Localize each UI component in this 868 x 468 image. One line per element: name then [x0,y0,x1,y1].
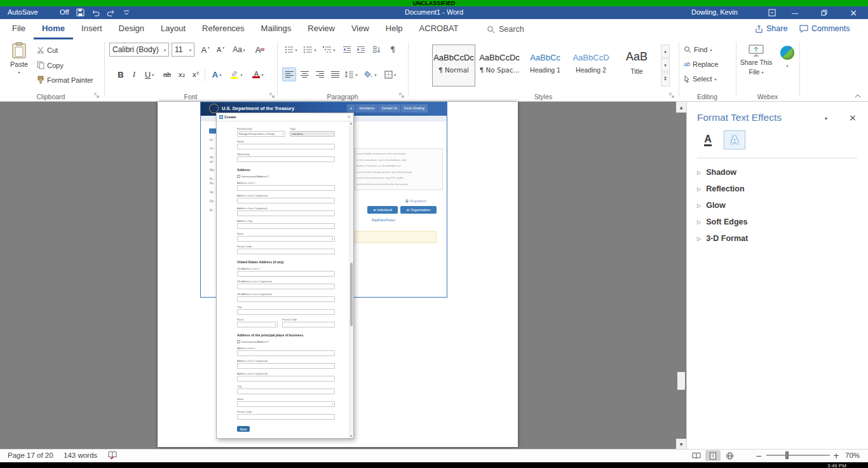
zoom-slider-thumb[interactable] [785,451,789,459]
align-left-button[interactable] [282,67,296,81]
italic-button[interactable]: I [128,67,140,81]
align-right-button[interactable] [313,67,327,81]
zoom-out-button[interactable]: − [754,449,764,462]
styles-scroll-down[interactable]: ▾ [661,59,670,72]
tab-references[interactable]: References [194,19,252,39]
cut-button[interactable]: Cut [37,46,58,54]
zoom-in-button[interactable]: + [831,449,841,462]
tab-acrobat[interactable]: ACROBAT [411,19,467,39]
font-color-button[interactable]: A▾ [249,67,267,81]
section-reflection[interactable]: ▷Reflection [697,181,857,197]
superscript-button[interactable]: x² [189,67,202,81]
tab-file[interactable]: File [4,19,34,39]
style-card-normal[interactable]: AaBbCcDc ¶ Normal [432,45,475,86]
sort-button[interactable] [370,43,384,57]
tab-review[interactable]: Review [299,19,343,39]
styles-gallery-more[interactable]: ▾ [661,72,670,86]
text-effects-icon[interactable]: A [724,130,745,149]
customize-quick-access-icon[interactable] [123,10,130,16]
minimize-button[interactable]: — [780,6,810,19]
bold-button[interactable]: B [114,67,127,81]
tab-mailings[interactable]: Mailings [253,19,300,39]
share-this-file-button[interactable]: Share This File▾ [740,45,773,76]
postal-code-field [237,249,335,254]
clipboard-dialog-launcher-icon[interactable] [94,93,100,99]
change-case-button[interactable]: Aa▾ [230,43,248,57]
zoom-level[interactable]: 70% [845,451,860,459]
read-mode-icon[interactable] [689,450,704,461]
line-spacing-button[interactable]: ▾ [343,67,360,81]
copy-button[interactable]: Copy [37,61,64,69]
tab-design[interactable]: Design [111,19,153,39]
select-button[interactable]: Select▾ [684,75,717,83]
highlight-color-button[interactable]: ▾ [227,67,245,81]
share-button[interactable]: Share [755,24,787,33]
undo-icon[interactable] [92,10,100,17]
doc-scroll-down[interactable]: ▼ [676,439,686,450]
style-card-heading1[interactable]: AaBbCc Heading 1 [524,45,567,86]
section-glow[interactable]: ▷Glow [697,197,857,214]
word-count[interactable]: 143 words [64,451,97,459]
tab-insert[interactable]: Insert [73,19,111,39]
strikethrough-button[interactable]: ab [160,67,174,81]
tab-view[interactable]: View [343,19,377,39]
search-box[interactable]: Search [487,25,524,34]
subscript-button[interactable]: x₂ [175,67,188,81]
section-shadow[interactable]: ▷Shadow [697,164,857,181]
comments-button[interactable]: Comments [799,24,850,33]
increase-indent-button[interactable] [355,43,367,57]
show-hide-marks-button[interactable]: ¶ [386,43,399,57]
save-icon[interactable] [76,8,85,17]
decrease-indent-button[interactable] [341,43,353,57]
restore-button[interactable] [810,6,839,19]
styles-scroll-up[interactable]: ▴ [661,45,670,58]
pane-dropdown-icon[interactable]: ▾ [825,116,827,121]
pane-close-icon[interactable]: × [849,113,857,123]
paragraph-dialog-launcher-icon[interactable] [399,93,405,99]
print-layout-icon[interactable] [705,450,721,461]
borders-button[interactable]: ▾ [381,67,399,81]
account-user-name[interactable]: Dowling, Kevin [691,8,738,16]
underline-button[interactable]: U▾ [141,67,158,81]
numbering-button[interactable]: ▾ [301,43,319,57]
justify-button[interactable] [328,67,342,81]
font-size-combo[interactable]: 11▾ [172,43,194,57]
webex-button[interactable]: ▾ [776,46,798,68]
section-soft-edges[interactable]: ▷Soft Edges [697,214,857,230]
proofing-icon[interactable] [108,451,117,459]
zoom-slider-track[interactable] [766,455,830,456]
styles-dialog-launcher-icon[interactable] [669,93,675,99]
text-effects-button[interactable]: A▾ [208,67,225,81]
close-button[interactable]: × [839,6,868,19]
style-card-no-spacing[interactable]: AaBbCcDc ¶ No Spac... [478,45,521,86]
doc-scroll-thumb[interactable] [677,372,685,390]
paste-button[interactable]: Paste ▾ [5,42,33,74]
find-button[interactable]: Find▾ [684,46,712,53]
web-layout-icon[interactable] [722,450,737,461]
embedded-screenshot-create-modal[interactable]: Create × Relationship Foreign Person tha… [216,113,354,439]
section-3d-format[interactable]: ▷3-D Format [697,230,857,247]
grow-font-button[interactable]: A▴ [198,43,212,57]
style-card-title[interactable]: AaB Title [615,45,658,86]
redo-icon[interactable] [107,10,115,17]
taskbar-clock[interactable]: 3:49 PM [827,463,846,468]
scroll-down-icon: ▼ [350,435,352,437]
style-card-heading2[interactable]: AaBbCcD Heading 2 [569,45,613,86]
align-center-button[interactable] [297,67,311,81]
replace-button[interactable]: ab Replace [684,60,718,68]
text-fill-outline-icon[interactable]: A [697,130,719,149]
tab-home[interactable]: Home [34,19,73,39]
doc-scroll-up[interactable]: ▲ [676,102,686,113]
clear-formatting-button[interactable]: A [252,43,268,57]
shrink-font-button[interactable]: A▾ [214,43,227,57]
font-dialog-launcher-icon[interactable] [269,93,275,99]
multilevel-list-button[interactable]: ▾ [320,43,338,57]
page-indicator[interactable]: Page 17 of 20 [8,451,53,459]
tab-help[interactable]: Help [377,19,411,39]
tab-layout[interactable]: Layout [153,19,194,39]
font-family-combo[interactable]: Calibri (Body)▾ [109,43,169,57]
format-painter-button[interactable]: Format Painter [37,76,93,84]
shading-button[interactable]: ▾ [362,67,379,81]
collapse-ribbon-icon[interactable] [854,93,862,99]
bullets-button[interactable]: ▾ [282,43,300,57]
